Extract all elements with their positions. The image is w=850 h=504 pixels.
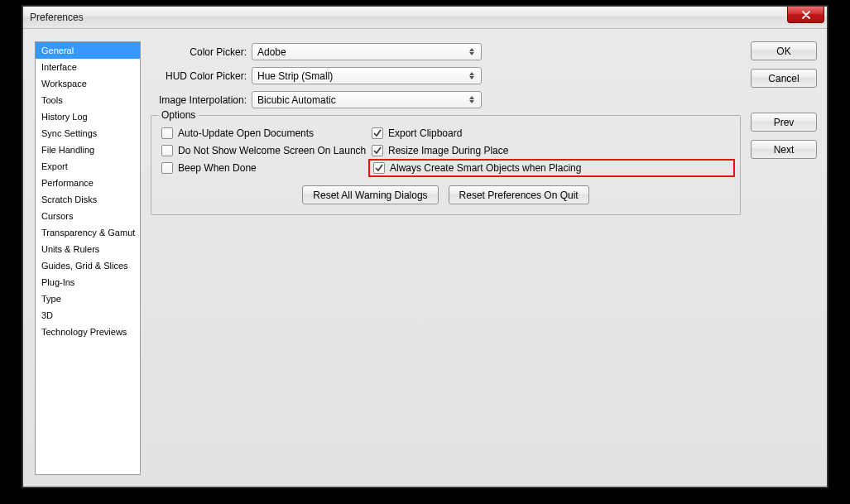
- check-no-welcome[interactable]: Do Not Show Welcome Screen On Launch: [161, 145, 372, 156]
- check-auto-update[interactable]: Auto-Update Open Documents: [161, 127, 372, 139]
- prev-button[interactable]: Prev: [751, 113, 817, 132]
- sidebar-item-type[interactable]: Type: [36, 290, 140, 307]
- sidebar-item-plug-ins[interactable]: Plug-Ins: [36, 274, 140, 290]
- reset-button-row: Reset All Warning Dialogs Reset Preferen…: [161, 185, 730, 204]
- preferences-dialog: Preferences General Interface Workspace …: [22, 6, 828, 487]
- interpolation-value: Bicubic Automatic: [257, 94, 336, 106]
- options-legend: Options: [158, 109, 199, 121]
- action-column: OK Cancel Prev Next: [751, 41, 815, 475]
- close-button[interactable]: [787, 7, 824, 23]
- updown-icon: [466, 70, 478, 82]
- titlebar: Preferences: [23, 7, 827, 29]
- main-panel: Color Picker: Adobe HUD Color Picker: Hu…: [147, 41, 744, 475]
- sidebar-item-sync-settings[interactable]: Sync Settings: [36, 125, 140, 142]
- updown-icon: [466, 94, 478, 106]
- close-icon: [801, 11, 811, 19]
- reset-warnings-button[interactable]: Reset All Warning Dialogs: [302, 185, 438, 204]
- sidebar-item-file-handling[interactable]: File Handling: [36, 142, 140, 158]
- options-fieldset: Options Auto-Update Open Documents Expor…: [151, 115, 741, 215]
- ok-button[interactable]: OK: [751, 41, 817, 60]
- highlight-smart-objects: Always Create Smart Objects when Placing: [368, 159, 735, 177]
- sidebar-item-interface[interactable]: Interface: [36, 59, 140, 75]
- sidebar-item-general[interactable]: General: [36, 42, 140, 59]
- check-smart-objects-label: Always Create Smart Objects when Placing: [390, 162, 581, 174]
- hud-picker-label: HUD Color Picker:: [151, 70, 252, 82]
- check-export-clipboard[interactable]: Export Clipboard: [372, 127, 730, 139]
- sidebar-item-cursors[interactable]: Cursors: [36, 208, 140, 224]
- color-picker-select[interactable]: Adobe: [252, 43, 482, 60]
- updown-icon: [466, 46, 478, 58]
- sidebar-item-units-rulers[interactable]: Units & Rulers: [36, 241, 140, 257]
- category-sidebar[interactable]: General Interface Workspace Tools Histor…: [35, 41, 141, 475]
- color-picker-value: Adobe: [257, 46, 286, 58]
- check-smart-objects[interactable]: Always Create Smart Objects when Placing: [373, 162, 730, 174]
- sidebar-item-history-log[interactable]: History Log: [36, 108, 140, 125]
- next-button[interactable]: Next: [751, 140, 817, 159]
- sidebar-item-scratch-disks[interactable]: Scratch Disks: [36, 191, 140, 208]
- reset-prefs-button[interactable]: Reset Preferences On Quit: [449, 185, 589, 204]
- row-color-picker: Color Picker: Adobe: [151, 43, 741, 60]
- sidebar-item-transparency-gamut[interactable]: Transparency & Gamut: [36, 224, 140, 241]
- check-resize-place[interactable]: Resize Image During Place: [372, 145, 730, 156]
- color-picker-label: Color Picker:: [151, 46, 252, 58]
- sidebar-item-tools[interactable]: Tools: [36, 92, 140, 108]
- check-resize-place-label: Resize Image During Place: [388, 145, 508, 156]
- row-interpolation: Image Interpolation: Bicubic Automatic: [151, 91, 741, 108]
- interpolation-select[interactable]: Bicubic Automatic: [252, 91, 482, 108]
- check-beep-done-label: Beep When Done: [178, 162, 257, 174]
- interpolation-label: Image Interpolation:: [151, 94, 252, 106]
- dialog-body: General Interface Workspace Tools Histor…: [23, 30, 827, 487]
- sidebar-item-3d[interactable]: 3D: [36, 307, 140, 324]
- options-grid: Auto-Update Open Documents Export Clipbo…: [161, 127, 730, 174]
- sidebar-item-performance[interactable]: Performance: [36, 175, 140, 191]
- sidebar-item-workspace[interactable]: Workspace: [36, 75, 140, 92]
- sidebar-item-export[interactable]: Export: [36, 158, 140, 175]
- sidebar-item-guides-grid-slices[interactable]: Guides, Grid & Slices: [36, 257, 140, 274]
- row-hud-picker: HUD Color Picker: Hue Strip (Small): [151, 67, 741, 84]
- window-title: Preferences: [30, 12, 84, 23]
- check-beep-done[interactable]: Beep When Done: [161, 162, 372, 174]
- check-no-welcome-label: Do Not Show Welcome Screen On Launch: [178, 145, 366, 156]
- check-auto-update-label: Auto-Update Open Documents: [178, 127, 314, 139]
- check-export-clipboard-label: Export Clipboard: [388, 127, 462, 139]
- sidebar-item-technology-previews[interactable]: Technology Previews: [36, 324, 140, 340]
- hud-picker-value: Hue Strip (Small): [257, 70, 333, 82]
- hud-picker-select[interactable]: Hue Strip (Small): [252, 67, 482, 84]
- cancel-button[interactable]: Cancel: [751, 69, 817, 88]
